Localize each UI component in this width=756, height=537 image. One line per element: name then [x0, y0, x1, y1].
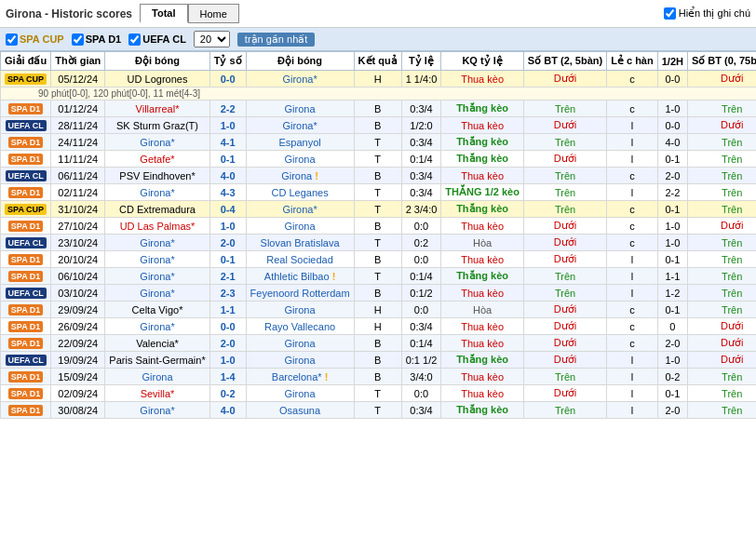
cell-half: 0-1 — [657, 151, 687, 168]
cell-score[interactable]: 2-3 — [209, 285, 246, 302]
cell-score[interactable]: 0-1 — [209, 151, 246, 168]
cell-score[interactable]: 0-4 — [209, 201, 246, 218]
cell-score[interactable]: 4-0 — [209, 168, 246, 184]
cell-so-bt: Trên — [523, 369, 606, 385]
cell-date: 29/09/24 — [51, 302, 105, 318]
cell-team2: Girona — [246, 385, 354, 402]
cell-ratio: 1/2:0 — [401, 117, 441, 134]
table-row: SPA D1 06/10/24 Girona* 2-1 Athletic Bil… — [1, 268, 757, 285]
cell-score[interactable]: 2-0 — [209, 235, 246, 251]
matches-table: Giải đấu Thời gian Đội bóng Tỷ số Đội bó… — [0, 51, 756, 419]
filter-spa-d1[interactable]: SPA D1 — [72, 34, 122, 46]
cell-score[interactable]: 4-1 — [209, 134, 246, 151]
tab-home[interactable]: Home — [188, 4, 239, 23]
cell-le-c: l — [607, 402, 658, 419]
cell-half: 2-0 — [657, 335, 687, 352]
cell-team1: Girona* — [105, 251, 209, 268]
cell-date: 27/10/24 — [51, 218, 105, 235]
cell-team2: Rayo Vallecano — [246, 318, 354, 335]
cell-le-c: c — [607, 302, 658, 318]
cell-result: B — [354, 251, 401, 268]
cell-kq-ratio: Thắng kèo — [441, 352, 524, 369]
note-cell: 90 phút[0-0], 120 phút[0-0], 11 mét[4-3] — [1, 87, 757, 101]
cell-ratio: 0:0 — [401, 385, 441, 402]
cell-score[interactable]: 0-2 — [209, 385, 246, 402]
cell-score[interactable]: 1-0 — [209, 117, 246, 134]
table-row: UEFA CL 28/11/24 SK Sturm Graz(T) 1-0 Gi… — [1, 117, 757, 134]
cell-le-c: c — [607, 218, 658, 235]
cell-score[interactable]: 0-0 — [209, 318, 246, 335]
cell-league: SPA D1 — [1, 302, 51, 318]
cell-score[interactable]: 2-1 — [209, 268, 246, 285]
filter-uefa-cl-checkbox[interactable] — [128, 34, 141, 46]
filter-spa-cup[interactable]: SPA CUP — [6, 34, 64, 46]
cell-so-bt2: Dưới — [687, 318, 756, 335]
cell-so-bt: Trên — [523, 268, 606, 285]
cell-date: 28/11/24 — [51, 117, 105, 134]
cell-result: B — [354, 369, 401, 385]
cell-half: 1-1 — [657, 268, 687, 285]
cell-team1: Girona* — [105, 235, 209, 251]
cell-score[interactable]: 4-3 — [209, 184, 246, 201]
cell-score[interactable]: 2-0 — [209, 335, 246, 352]
cell-date: 22/09/24 — [51, 335, 105, 352]
tab-total[interactable]: Total — [140, 4, 187, 23]
cell-score[interactable]: 4-0 — [209, 402, 246, 419]
filter-uefa-cl[interactable]: UEFA CL — [128, 34, 186, 46]
filter-spa-d1-checkbox[interactable] — [72, 34, 84, 46]
cell-le-c: l — [607, 251, 658, 268]
cell-so-bt2: Trên — [687, 302, 756, 318]
cell-so-bt: Trên — [523, 134, 606, 151]
table-row: SPA D1 24/11/24 Girona* 4-1 Espanyol T 0… — [1, 134, 757, 151]
cell-team2: Osasuna — [246, 402, 354, 419]
cell-result: B — [354, 168, 401, 184]
cell-team2: Girona — [246, 218, 354, 235]
cell-ratio: 0:1/4 — [401, 151, 441, 168]
cell-le-c: c — [607, 101, 658, 117]
cell-result: T — [354, 235, 401, 251]
col-le-c: Lẻ c hàn — [607, 52, 658, 71]
cell-result: B — [354, 218, 401, 235]
cell-team2: CD Leganes — [246, 184, 354, 201]
cell-team1: Villarreal* — [105, 101, 209, 117]
cell-team2: Barcelona* ! — [246, 369, 354, 385]
cell-date: 19/09/24 — [51, 352, 105, 369]
cell-kq-ratio: Thua kèo — [441, 251, 524, 268]
cell-so-bt: Dưới — [523, 117, 606, 134]
cell-score[interactable]: 1-4 — [209, 369, 246, 385]
cell-date: 15/09/24 — [51, 369, 105, 385]
table-row: SPA D1 02/09/24 Sevilla* 0-2 Girona T 0:… — [1, 385, 757, 402]
cell-so-bt: Dưới — [523, 71, 606, 87]
cell-kq-ratio: Thua kèo — [441, 285, 524, 302]
cell-so-bt2: Trên — [687, 168, 756, 184]
cell-le-c: c — [607, 318, 658, 335]
cell-score[interactable]: 0-1 — [209, 251, 246, 268]
table-row: UEFA CL 19/09/24 Paris Saint-Germain* 1-… — [1, 352, 757, 369]
cell-league: SPA D1 — [1, 251, 51, 268]
cell-score[interactable]: 1-0 — [209, 352, 246, 369]
cell-league: SPA D1 — [1, 151, 51, 168]
cell-half: 2-2 — [657, 184, 687, 201]
cell-team2: Athletic Bilbao ! — [246, 268, 354, 285]
cell-date: 30/08/24 — [51, 402, 105, 419]
cell-so-bt2: Dưới — [687, 117, 756, 134]
recent-matches-btn[interactable]: trận gần nhất — [237, 33, 315, 47]
match-count-select[interactable]: 201030 — [194, 31, 230, 47]
cell-ratio: 0:3/4 — [401, 402, 441, 419]
cell-team1: Celta Vigo* — [105, 302, 209, 318]
table-row: SPA D1 30/08/24 Girona* 4-0 Osasuna T 0:… — [1, 402, 757, 419]
cell-half: 0-1 — [657, 302, 687, 318]
cell-score[interactable]: 2-2 — [209, 101, 246, 117]
cell-half: 0-1 — [657, 201, 687, 218]
cell-half: 1-0 — [657, 235, 687, 251]
cell-score[interactable]: 0-0 — [209, 71, 246, 87]
cell-le-c: l — [607, 385, 658, 402]
cell-score[interactable]: 1-0 — [209, 218, 246, 235]
filter-spa-cup-checkbox[interactable] — [6, 34, 18, 46]
cell-team1: Getafe* — [105, 151, 209, 168]
show-notes-checkbox[interactable] — [664, 7, 676, 20]
cell-half: 2-0 — [657, 402, 687, 419]
show-notes-checkbox-label[interactable]: Hiển thị ghi chú — [664, 7, 750, 20]
cell-result: B — [354, 117, 401, 134]
cell-score[interactable]: 1-1 — [209, 302, 246, 318]
